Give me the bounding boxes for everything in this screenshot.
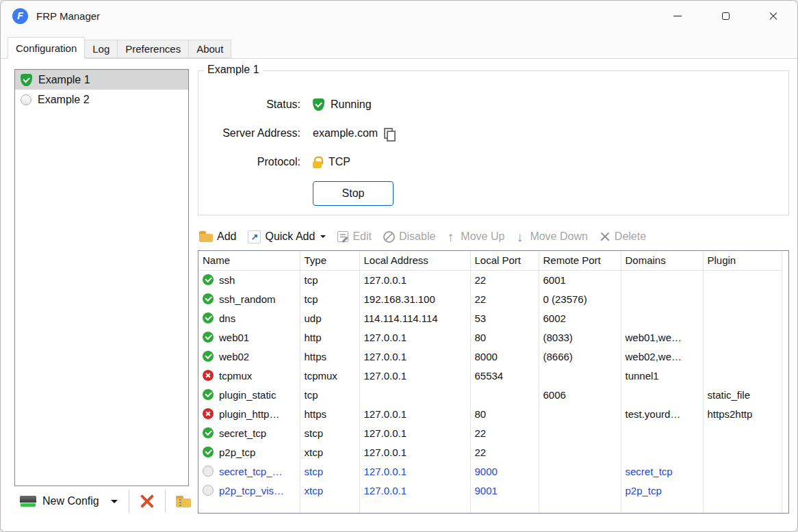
table-row[interactable]: web02 https 127.0.0.1 8000 (8666) web02,… [198,347,782,366]
tab[interactable]: About [189,40,231,58]
cell-domains: web01,we… [621,328,703,347]
cell-local-port: 22 [470,442,539,462]
config-list-item[interactable]: Example 2 [15,90,188,109]
separator [165,490,166,513]
config-list-item[interactable]: Example 1 [15,70,188,90]
stop-button[interactable]: Stop [313,181,394,206]
cell-name: ssh_random [198,289,300,308]
cell-plugin: static_file [703,385,782,404]
new-config-drive-icon [20,496,36,507]
toolbar-button[interactable]: Edit [337,230,372,243]
cell-name: secret_tcp [198,423,300,442]
open-config-folder-button[interactable] [172,490,194,513]
table-row[interactable]: p2p_tcp_vis… xtcp 127.0.0.1 9001 p2p_tcp [198,481,782,500]
copy-icon[interactable] [384,128,394,139]
column-header[interactable]: Type [300,251,359,270]
new-config-button[interactable]: New Config [16,492,122,510]
proxy-status-icon [203,389,214,400]
table-row[interactable]: dns udp 114.114.114.114 53 6002 [198,308,782,328]
cell-domains: web02,we… [621,347,703,366]
toolbar-button[interactable]: Move Up [447,230,504,243]
cell-name: web02 [198,347,300,366]
table-row[interactable]: tcpmux tcpmux 127.0.0.1 65534 tunnel1 [198,366,782,385]
toolbar-button[interactable]: Add [199,230,236,243]
cell-name: dns [198,308,300,328]
cell-local-address [359,385,470,404]
cell-local-address: 127.0.0.1 [359,481,470,500]
cell-plugin [703,289,782,308]
table-row[interactable]: secret_tcp stcp 127.0.0.1 22 [198,423,782,442]
column-header[interactable]: Plugin [703,251,782,270]
configuration-page: Example 1 Example 2 New Config [1,59,798,532]
proxy-status-icon [203,370,214,381]
proxy-status-icon [203,351,214,362]
cell-remote-port: (8033) [539,328,621,347]
toolbar-button[interactable]: Delete [600,230,646,243]
column-header[interactable]: Remote Port [539,251,621,270]
toolbar-button[interactable]: Move Down [516,230,587,243]
toolbar-button[interactable]: Quick Add [248,230,326,243]
window-title: FRP Manager [36,10,100,22]
chevron-down-icon [320,235,326,238]
column-header[interactable]: Local Port [470,251,539,270]
toolbar-button-icon [199,231,213,242]
cell-domains: p2p_tcp [621,481,703,500]
column-header[interactable]: Local Address [359,251,470,270]
status-label: Status: [205,98,300,111]
table-row[interactable]: secret_tcp_… stcp 127.0.0.1 9000 secret_… [198,462,782,481]
cell-plugin [703,462,782,481]
toolbar-button-label: Add [217,230,236,243]
server-address-label: Server Address: [205,127,300,139]
minimize-button[interactable] [654,1,702,31]
cell-remote-port: 6001 [539,270,621,289]
chevron-down-icon [111,500,118,503]
status-value: Running [331,98,372,111]
toolbar-button-label: Disable [399,230,435,243]
cell-type: http [300,328,359,347]
column-header[interactable]: Domains [621,251,703,270]
table-row[interactable]: web01 http 127.0.0.1 80 (8033) web01,we… [198,328,782,347]
cell-type: stcp [300,423,359,442]
cell-type: https [300,347,359,366]
server-address-row: Server Address: example.com [205,125,394,142]
cell-type: xtcp [300,442,359,462]
table-row[interactable]: ssh_random tcp 192.168.31.100 22 0 (2357… [198,289,782,308]
cell-plugin [703,366,782,385]
cell-plugin [703,270,782,289]
cell-local-address: 114.114.114.114 [359,308,470,328]
protocol-label: Protocol: [205,156,300,168]
title-bar[interactable]: FRP Manager [1,1,797,31]
cell-local-address: 127.0.0.1 [359,404,470,423]
app-logo-icon [12,8,28,24]
toolbar-button[interactable]: Disable [383,230,435,243]
tab[interactable]: Configuration [8,37,85,59]
tab-label: Log [92,43,110,55]
cell-name: secret_tcp_… [198,462,300,481]
cell-plugin [703,347,782,366]
proxy-status-icon [203,332,214,343]
table-row[interactable]: p2p_tcp xtcp 127.0.0.1 22 [198,442,782,462]
delete-config-button[interactable] [136,490,158,513]
cell-name: web01 [198,328,300,347]
cell-remote-port [539,404,621,423]
toolbar-button-icon [600,231,610,242]
cell-name: ssh [198,270,300,289]
toolbar-button-icon [516,230,526,243]
close-button[interactable] [749,1,797,31]
table-row[interactable]: ssh tcp 127.0.0.1 22 6001 [198,270,782,289]
tab[interactable]: Preferences [118,40,189,58]
column-header[interactable]: Name [198,251,300,270]
table-row[interactable]: plugin_http… https 127.0.0.1 80 test.you… [198,404,782,423]
config-actions: New Config [16,488,194,514]
cell-name: tcpmux [198,366,300,385]
table-row[interactable]: plugin_static tcp 6006 static_file [198,385,782,404]
minimize-icon [673,16,682,16]
table-header-row: Name Type Local Address Local Port Remot… [198,251,782,270]
tab[interactable]: Log [85,40,118,58]
maximize-button[interactable] [702,1,749,31]
close-icon [769,12,778,21]
window-controls [654,1,797,31]
config-status-icon [21,74,32,86]
delete-config-x-icon [139,493,155,509]
cell-local-port: 22 [470,423,539,442]
